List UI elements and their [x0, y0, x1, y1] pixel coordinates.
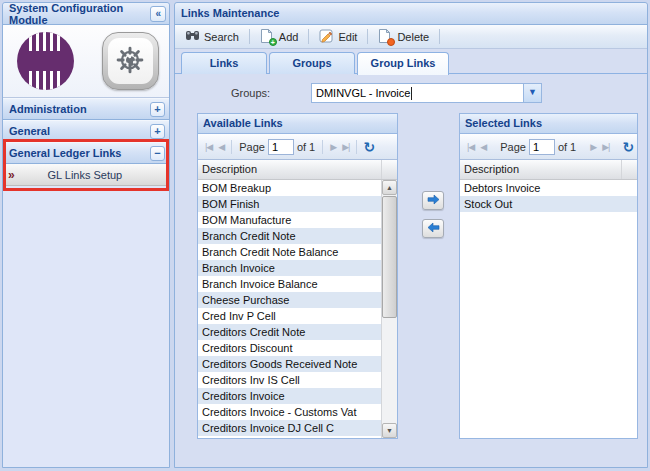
sidebar-header: System Configuration Module « — [3, 3, 169, 25]
last-page-button[interactable]: ▶| — [599, 142, 612, 152]
sidebar-panel: System Configuration Module « — [2, 2, 170, 468]
expand-general-button[interactable]: + — [150, 124, 165, 139]
toolbar: Search + Add Edit — [175, 25, 647, 49]
first-page-button[interactable]: |◀ — [464, 142, 477, 152]
selected-links-panel: Selected Links |◀ ◀ Page of 1 ▶ ▶| ↻ Des… — [459, 113, 638, 439]
toolbar-separator — [439, 29, 440, 44]
delete-document-icon — [378, 29, 393, 44]
available-links-panel: Available Links |◀ ◀ Page of 1 ▶ ▶| ↻ De… — [197, 113, 398, 439]
selected-links-list: Debtors Invoice Stock Out — [460, 180, 637, 438]
list-item[interactable]: Branch Credit Note Balance — [198, 244, 381, 260]
groups-form-row: Groups: DMINVGL - Invoice ▼ — [175, 74, 647, 112]
sidebar-item-gl-links-setup[interactable]: » GL Links Setup — [3, 164, 169, 186]
list-item[interactable]: BOM Breakup — [198, 180, 381, 196]
groups-combobox-value: DMINVGL - Invoice — [312, 87, 410, 99]
move-left-button[interactable] — [422, 219, 444, 238]
tab-groups[interactable]: Groups — [269, 52, 355, 74]
toolbar-separator — [367, 29, 368, 44]
toolbar-separator — [308, 29, 309, 44]
chevron-down-icon[interactable]: ▼ — [523, 84, 541, 102]
scrollbar-thumb[interactable] — [382, 196, 397, 318]
list-item[interactable]: Cred Inv P Cell — [198, 308, 381, 324]
module-logo-button[interactable] — [102, 32, 159, 90]
edit-pencil-icon — [319, 29, 334, 44]
list-item[interactable]: Creditors Invoice - Customs Vat — [198, 404, 381, 420]
selected-paging-toolbar: |◀ ◀ Page of 1 ▶ ▶| ↻ — [460, 134, 637, 160]
vertical-scrollbar[interactable]: ▲ ▼ — [381, 180, 397, 438]
refresh-icon[interactable]: ↻ — [620, 139, 636, 155]
groups-label: Groups: — [231, 87, 270, 99]
available-links-list: BOM Breakup BOM Finish BOM Manufacture B… — [198, 180, 381, 438]
tab-bar: Links Groups Group Links — [175, 49, 647, 74]
arrow-right-icon — [427, 194, 440, 207]
binoculars-icon — [185, 29, 200, 44]
toolbar-separator — [249, 29, 250, 44]
sidebar-title: System Configuration Module — [9, 2, 150, 26]
next-page-button[interactable]: ▶ — [327, 142, 339, 152]
refresh-icon[interactable]: ↻ — [361, 139, 377, 155]
collapse-sidebar-button[interactable]: « — [150, 6, 166, 22]
tab-links[interactable]: Links — [181, 52, 267, 74]
scroll-down-icon[interactable]: ▼ — [382, 423, 397, 438]
move-right-button[interactable] — [422, 191, 444, 210]
tab-group-links[interactable]: Group Links — [357, 52, 449, 75]
column-header-description: Description — [198, 160, 381, 179]
page-label: Page — [500, 141, 526, 153]
available-paging-toolbar: |◀ ◀ Page of 1 ▶ ▶| ↻ — [198, 134, 397, 160]
list-item[interactable]: Branch Invoice — [198, 260, 381, 276]
gear-wrench-icon — [113, 43, 147, 79]
collapse-general-ledger-links-button[interactable]: − — [150, 146, 165, 161]
groups-combobox[interactable]: DMINVGL - Invoice ▼ — [311, 83, 542, 103]
list-item[interactable]: Stock Out — [460, 196, 637, 212]
last-page-button[interactable]: ▶| — [339, 142, 352, 152]
text-caret — [411, 87, 412, 100]
list-item[interactable]: Creditors Invoice — [198, 388, 381, 404]
column-header-description: Description — [460, 160, 621, 179]
selected-links-title: Selected Links — [460, 114, 637, 134]
page-input[interactable] — [268, 139, 294, 155]
list-item[interactable]: Branch Invoice Balance — [198, 276, 381, 292]
list-item[interactable]: Creditors Goods Received Note — [198, 356, 381, 372]
list-item[interactable]: Debtors Invoice — [460, 180, 637, 196]
available-links-grid: Description BOM Breakup BOM Finish BOM M… — [198, 160, 397, 438]
sidebar-item-general[interactable]: General + — [3, 120, 169, 142]
logo-strip — [3, 25, 169, 98]
sidebar-item-general-ledger-links[interactable]: General Ledger Links − — [3, 142, 169, 164]
company-logo — [17, 32, 74, 90]
list-item[interactable]: Creditors Credit Note — [198, 324, 381, 340]
list-item[interactable]: Branch Credit Note — [198, 228, 381, 244]
sidebar-item-administration[interactable]: Administration + — [3, 98, 169, 120]
scroll-up-icon[interactable]: ▲ — [382, 180, 397, 195]
next-page-button[interactable]: ▶ — [587, 142, 599, 152]
list-item[interactable]: Creditors Invoice DJ Cell C — [198, 420, 381, 436]
grid-header: Description — [460, 160, 637, 180]
list-item[interactable]: Cheese Purchase — [198, 292, 381, 308]
add-document-icon: + — [260, 29, 275, 44]
grid-header: Description — [198, 160, 397, 180]
logo-stripes-bottom — [29, 71, 63, 90]
list-item[interactable]: BOM Finish — [198, 196, 381, 212]
list-item[interactable]: Creditors Inv IS Cell — [198, 372, 381, 388]
list-item[interactable]: BOM Manufacture — [198, 212, 381, 228]
delete-button[interactable]: Delete — [374, 27, 433, 46]
of-label: of 1 — [297, 141, 315, 153]
logo-stripes-top — [29, 32, 63, 51]
search-button[interactable]: Search — [181, 27, 243, 46]
links-maintenance-panel: Links Maintenance Search + — [174, 2, 648, 468]
list-item[interactable]: Creditors Discount — [198, 340, 381, 356]
first-page-button[interactable]: |◀ — [202, 142, 215, 152]
edit-button[interactable]: Edit — [315, 27, 361, 46]
page-title: Links Maintenance — [175, 3, 647, 25]
selected-links-grid: Description Debtors Invoice Stock Out — [460, 160, 637, 438]
arrow-left-icon — [427, 222, 440, 235]
of-label: of 1 — [558, 141, 576, 153]
chevron-right-icon: » — [8, 168, 15, 182]
prev-page-button[interactable]: ◀ — [477, 142, 489, 152]
prev-page-button[interactable]: ◀ — [215, 142, 227, 152]
page-input[interactable] — [529, 139, 555, 155]
expand-administration-button[interactable]: + — [150, 102, 165, 117]
available-links-title: Available Links — [198, 114, 397, 134]
add-button[interactable]: + Add — [256, 27, 303, 46]
page-label: Page — [239, 141, 265, 153]
